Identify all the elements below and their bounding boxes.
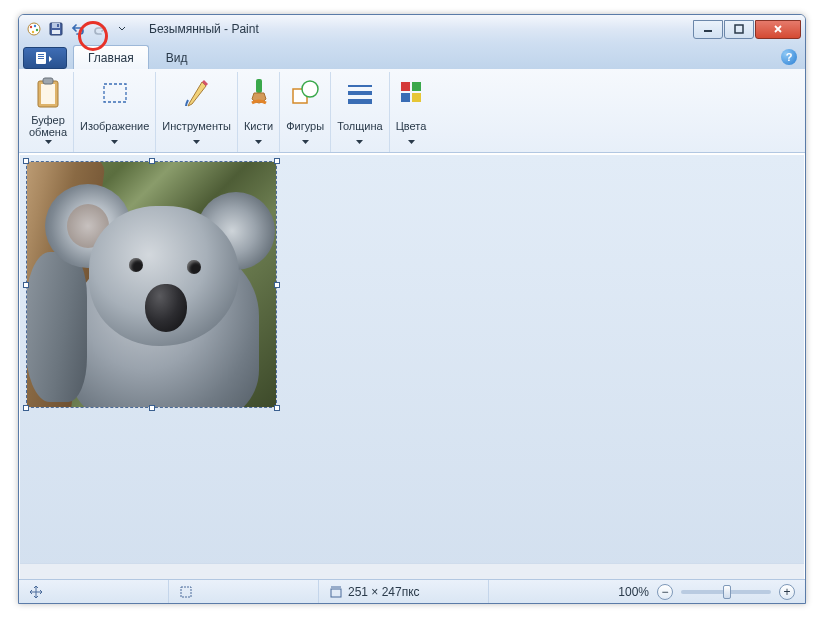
svg-rect-22 — [348, 85, 372, 87]
chevron-down-icon — [255, 140, 262, 144]
paint-app-icon — [25, 20, 43, 38]
minimize-button[interactable] — [693, 20, 723, 39]
chevron-down-icon — [408, 140, 415, 144]
brush-icon — [246, 77, 272, 109]
undo-icon[interactable] — [69, 20, 87, 38]
svg-rect-23 — [348, 91, 372, 95]
svg-point-1 — [30, 26, 32, 28]
svg-rect-17 — [43, 78, 53, 84]
chevron-down-icon — [356, 140, 363, 144]
svg-rect-9 — [704, 30, 712, 32]
canvas-area[interactable] — [20, 155, 804, 578]
ribbon-thickness-label: Толщина — [337, 114, 383, 138]
canvas-image-content — [27, 162, 276, 407]
horizontal-scrollbar[interactable] — [20, 563, 804, 579]
titlebar: Безымянный - Paint — [19, 15, 805, 43]
ribbon-shapes-label: Фигуры — [286, 114, 324, 138]
zoom-percent-label: 100% — [618, 585, 649, 599]
svg-point-2 — [34, 25, 36, 27]
selection-size-icon — [179, 585, 193, 599]
pencil-icon — [184, 78, 210, 108]
ribbon-group-image[interactable]: Изображение — [74, 72, 156, 152]
save-icon[interactable] — [47, 20, 65, 38]
status-dimensions-value: 251 × 247пкс — [348, 585, 420, 599]
ribbon-clipboard-label: Буфер обмена — [29, 114, 67, 138]
tab-view-label: Вид — [166, 51, 188, 65]
ribbon: Буфер обмена Изображение Инструменты Кис… — [19, 69, 805, 153]
window-controls — [693, 20, 801, 39]
status-zoom: 100% − + — [608, 584, 805, 600]
svg-rect-18 — [104, 84, 126, 102]
status-cursor-position — [19, 580, 169, 603]
svg-rect-24 — [348, 99, 372, 104]
status-selection-size — [169, 580, 319, 603]
svg-rect-28 — [412, 93, 421, 102]
ribbon-group-tools[interactable]: Инструменты — [156, 72, 238, 152]
window-title: Безымянный - Paint — [149, 22, 259, 36]
ribbon-group-colors[interactable]: Цвета — [390, 72, 433, 152]
chevron-down-icon — [193, 140, 200, 144]
selection-icon — [100, 81, 130, 105]
selection-handle[interactable] — [23, 158, 29, 164]
canvas-selection[interactable] — [26, 161, 277, 408]
selection-handle[interactable] — [149, 158, 155, 164]
tab-main-label: Главная — [88, 51, 134, 65]
tab-view[interactable]: Вид — [151, 45, 203, 69]
svg-point-0 — [28, 23, 40, 35]
selection-handle[interactable] — [149, 405, 155, 411]
svg-point-21 — [302, 81, 318, 97]
help-icon[interactable]: ? — [781, 49, 797, 65]
redo-icon[interactable] — [91, 20, 109, 38]
clipboard-icon — [34, 77, 62, 109]
thickness-icon — [345, 81, 375, 105]
svg-rect-26 — [412, 82, 421, 91]
svg-rect-25 — [401, 82, 410, 91]
paint-window: Безымянный - Paint Главная Вид ? Буфер о… — [18, 14, 806, 604]
svg-rect-13 — [38, 56, 44, 57]
svg-rect-7 — [57, 24, 59, 27]
status-canvas-size: 251 × 247пкс — [319, 580, 489, 603]
maximize-button[interactable] — [724, 20, 754, 39]
svg-rect-12 — [38, 54, 44, 55]
svg-point-3 — [36, 29, 38, 31]
close-button[interactable] — [755, 20, 801, 39]
shapes-icon — [290, 79, 320, 107]
svg-rect-10 — [735, 25, 743, 33]
ribbon-tools-label: Инструменты — [162, 114, 231, 138]
chevron-down-icon — [302, 140, 309, 144]
zoom-slider-thumb[interactable] — [723, 585, 731, 599]
selection-handle[interactable] — [23, 405, 29, 411]
selection-handle[interactable] — [23, 282, 29, 288]
file-menu-button[interactable] — [23, 47, 67, 69]
ribbon-group-brushes[interactable]: Кисти — [238, 72, 280, 152]
qat-dropdown-icon[interactable] — [113, 20, 131, 38]
ribbon-group-clipboard[interactable]: Буфер обмена — [23, 72, 74, 152]
zoom-out-button[interactable]: − — [657, 584, 673, 600]
ribbon-group-shapes[interactable]: Фигуры — [280, 72, 331, 152]
ribbon-colors-label: Цвета — [396, 114, 427, 138]
svg-rect-8 — [52, 30, 60, 34]
svg-rect-27 — [401, 93, 410, 102]
svg-rect-29 — [181, 587, 191, 597]
ribbon-group-thickness[interactable]: Толщина — [331, 72, 390, 152]
chevron-down-icon — [45, 140, 52, 144]
svg-rect-19 — [256, 79, 262, 93]
tab-main[interactable]: Главная — [73, 45, 149, 69]
quick-access-toolbar — [25, 20, 131, 38]
chevron-down-icon — [111, 140, 118, 144]
ribbon-brushes-label: Кисти — [244, 114, 273, 138]
svg-rect-30 — [331, 589, 341, 597]
dimensions-icon — [329, 585, 343, 599]
selection-handle[interactable] — [274, 282, 280, 288]
svg-rect-14 — [38, 58, 44, 59]
svg-point-4 — [32, 31, 34, 33]
zoom-in-button[interactable]: + — [779, 584, 795, 600]
svg-rect-16 — [41, 84, 55, 104]
ribbon-tab-strip: Главная Вид ? — [19, 43, 805, 69]
zoom-slider[interactable] — [681, 590, 771, 594]
statusbar: 251 × 247пкс 100% − + — [19, 579, 805, 603]
crosshair-icon — [29, 585, 43, 599]
selection-handle[interactable] — [274, 405, 280, 411]
selection-handle[interactable] — [274, 158, 280, 164]
ribbon-image-label: Изображение — [80, 114, 149, 138]
